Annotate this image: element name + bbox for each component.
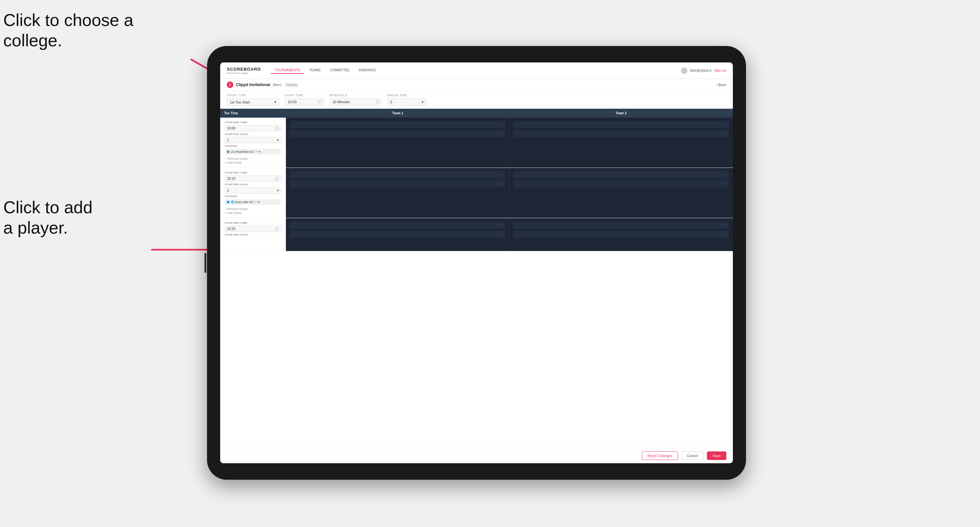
group-2-actions: ○ Remove Group + Add Group bbox=[225, 207, 281, 214]
course-remove-1[interactable]: × bbox=[256, 150, 258, 154]
nav-logo-title: SCOREBOARD bbox=[227, 67, 261, 71]
player-slot-3-4[interactable]: × › bbox=[513, 231, 729, 238]
intervals-label: Intervals bbox=[329, 94, 382, 97]
group-3-team1: × › × › bbox=[286, 218, 509, 251]
back-button[interactable]: ‹ Back bbox=[716, 83, 726, 87]
avatar bbox=[681, 67, 687, 74]
remove-group-1[interactable]: ○ Remove Group bbox=[225, 157, 281, 160]
starting-hole-input-1[interactable]: 1 ▾ bbox=[225, 137, 281, 143]
group-row-2: STARTING TIME: 10:10 🕐 STARTING HOLE: 1 … bbox=[220, 168, 733, 218]
start-type-group: Start Type 1st Tee Start ▾ bbox=[227, 94, 279, 106]
player-slot-2-3[interactable]: × › bbox=[513, 171, 729, 178]
player-slot-2-4[interactable]: × › bbox=[513, 180, 729, 187]
starting-time-input-1[interactable]: 10:00 🕐 bbox=[225, 125, 281, 132]
player-slot-1-1[interactable]: × › bbox=[290, 121, 505, 128]
settings-bar: Start Type 1st Tee Start ▾ Start Time 10… bbox=[220, 91, 733, 109]
cancel-button[interactable]: Cancel bbox=[681, 451, 704, 460]
add-group-2[interactable]: + Add Group bbox=[225, 211, 281, 214]
nav-link-rankings[interactable]: RANKINGS bbox=[355, 67, 380, 74]
starting-hole-input-2[interactable]: 1 ▾ bbox=[225, 187, 281, 194]
start-time-select[interactable]: 10:00 🕐 bbox=[285, 98, 324, 105]
nav-logo: SCOREBOARD Powered by clippd bbox=[227, 67, 261, 75]
nav-links: TOURNAMENTS TEAMS COMMITTEE RANKINGS bbox=[271, 67, 681, 74]
player-slot-3-2[interactable]: × › bbox=[290, 231, 505, 238]
table-header: Tee Time Team 1 Team 2 bbox=[220, 109, 733, 117]
sign-out-link[interactable]: Sign out bbox=[714, 69, 726, 72]
course-selector-2[interactable]: 🌐 East Lake GC × ▾ bbox=[225, 199, 281, 205]
tournament-logo: C bbox=[227, 81, 233, 88]
group-1-team1: × › × › bbox=[286, 117, 509, 168]
sub-header-left: C Clippd Invitational (Men) Hosting bbox=[227, 81, 299, 88]
player-slot-1-2[interactable]: × › bbox=[290, 130, 505, 137]
nav-link-committee[interactable]: COMMITTEE bbox=[326, 67, 353, 74]
starting-time-input-3[interactable]: 10:20 🕐 bbox=[225, 226, 281, 232]
group-1-left: STARTING TIME: 10:00 🕐 STARTING HOLE: 1 … bbox=[220, 117, 286, 168]
tablet-screen: SCOREBOARD Powered by clippd TOURNAMENTS… bbox=[220, 62, 733, 463]
annotation-choose-college: Click to choose a college. bbox=[3, 10, 134, 51]
group-1-actions: ○ Remove Group + Add Group bbox=[225, 157, 281, 164]
annotation-add-player: Click to add a player. bbox=[3, 197, 93, 238]
group-3-team2: × › × › bbox=[509, 218, 733, 251]
remove-group-2[interactable]: ○ Remove Group bbox=[225, 207, 281, 211]
group-size-group: Group Size 3 ▾ bbox=[387, 94, 426, 106]
starting-hole-label-3: STARTING HOLE: bbox=[225, 233, 281, 236]
tournament-tag: Hosting bbox=[284, 83, 299, 87]
starting-time-label-2: STARTING TIME: bbox=[225, 171, 281, 174]
intervals-group: Intervals 10 Minutes 🕐 bbox=[329, 94, 382, 106]
group-2-team1: × › × › bbox=[286, 168, 509, 218]
start-time-group: Start Time 10:00 🕐 bbox=[285, 94, 324, 106]
col-team2: Team 2 bbox=[509, 109, 733, 117]
nav-link-teams[interactable]: TEAMS bbox=[305, 67, 325, 74]
group-size-label: Group Size bbox=[387, 94, 426, 97]
add-group-1[interactable]: + Add Group bbox=[225, 161, 281, 164]
group-row-3: STARTING TIME: 10:20 🕐 STARTING HOLE: × … bbox=[220, 218, 733, 251]
group-2-left: STARTING TIME: 10:10 🕐 STARTING HOLE: 1 … bbox=[220, 168, 286, 218]
col-tee-time: Tee Time bbox=[220, 109, 286, 117]
footer: Reset Changes Cancel Save bbox=[220, 448, 733, 463]
tournament-title: Clippd Invitational bbox=[236, 83, 270, 87]
tournament-badge: (Men) bbox=[273, 83, 281, 87]
group-row-1: STARTING TIME: 10:00 🕐 STARTING HOLE: 1 … bbox=[220, 117, 733, 168]
group-1-team2: × › × › bbox=[509, 117, 733, 168]
sub-header: C Clippd Invitational (Men) Hosting ‹ Ba… bbox=[220, 79, 733, 91]
course-label-2: COURSE: bbox=[225, 195, 281, 198]
tablet-frame: SCOREBOARD Powered by clippd TOURNAMENTS… bbox=[207, 46, 746, 480]
start-type-label: Start Type bbox=[227, 94, 279, 97]
starting-time-input-2[interactable]: 10:10 🕐 bbox=[225, 175, 281, 182]
course-name-2: 🌐 East Lake GC bbox=[231, 200, 254, 204]
nav-bar: SCOREBOARD Powered by clippd TOURNAMENTS… bbox=[220, 62, 733, 79]
main-content: STARTING TIME: 10:00 🕐 STARTING HOLE: 1 … bbox=[220, 117, 733, 448]
course-dot-1 bbox=[227, 151, 229, 153]
player-slot-3-1[interactable]: × › bbox=[290, 221, 505, 229]
player-slot-3-3[interactable]: × › bbox=[513, 221, 729, 229]
save-button[interactable]: Save bbox=[707, 451, 726, 460]
course-remove-2[interactable]: × bbox=[255, 200, 257, 204]
nav-link-tournaments[interactable]: TOURNAMENTS bbox=[271, 67, 304, 74]
intervals-select[interactable]: 10 Minutes 🕐 bbox=[329, 98, 382, 105]
course-dot-2 bbox=[227, 201, 229, 203]
starting-time-label-3: STARTING TIME: bbox=[225, 221, 281, 224]
course-label-1: COURSE: bbox=[225, 144, 281, 148]
starting-hole-label-1: STARTING HOLE: bbox=[225, 133, 281, 136]
player-slot-2-1[interactable]: × › bbox=[290, 171, 505, 178]
tablet-side-button bbox=[204, 253, 206, 273]
player-slot-1-3[interactable]: × › bbox=[513, 121, 729, 128]
nav-user: blair@clippd.io Sign out bbox=[681, 67, 726, 74]
starting-time-label-1: STARTING TIME: bbox=[225, 121, 281, 124]
reset-changes-button[interactable]: Reset Changes bbox=[642, 451, 678, 460]
course-selector-1[interactable]: (A) Peachtree GC × ▾ bbox=[225, 149, 281, 154]
course-name-1: (A) Peachtree GC bbox=[231, 150, 255, 154]
starting-hole-label-2: STARTING HOLE: bbox=[225, 183, 281, 186]
player-slot-1-4[interactable]: × › bbox=[513, 130, 729, 137]
start-type-select[interactable]: 1st Tee Start ▾ bbox=[227, 98, 279, 106]
player-slot-2-2[interactable]: × › bbox=[290, 180, 505, 187]
group-size-select[interactable]: 3 ▾ bbox=[387, 98, 426, 106]
group-2-team2: × › × › bbox=[509, 168, 733, 218]
start-time-label: Start Time bbox=[285, 94, 324, 97]
col-team1: Team 1 bbox=[286, 109, 509, 117]
nav-logo-sub: Powered by clippd bbox=[227, 71, 261, 75]
user-email: blair@clippd.io bbox=[690, 69, 712, 72]
group-3-left: STARTING TIME: 10:20 🕐 STARTING HOLE: bbox=[220, 218, 286, 251]
